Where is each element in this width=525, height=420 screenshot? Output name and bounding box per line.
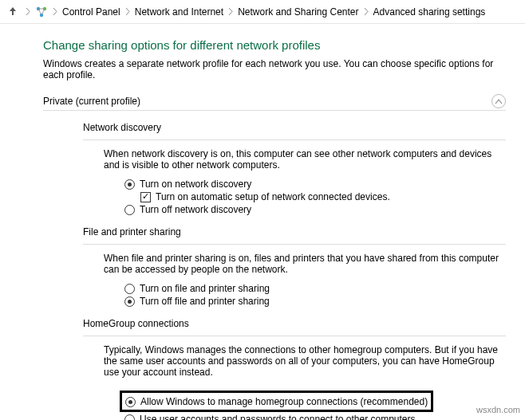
breadcrumb-item[interactable]: Network and Internet [133,6,225,18]
radio-file-printer-off[interactable] [124,296,135,307]
content-pane: Change sharing options for different net… [0,24,525,420]
option-label[interactable]: Turn off file and printer sharing [140,296,270,307]
section-title-homegroup: HomeGroup connections [83,318,506,329]
option-label[interactable]: Turn on automatic setup of network conne… [156,191,390,202]
breadcrumb-item[interactable]: Advanced sharing settings [372,6,488,18]
radio-network-discovery-on[interactable] [124,179,135,190]
highlight-box: Allow Windows to manage homegroup connec… [120,391,433,412]
up-icon[interactable] [3,6,22,18]
option-label[interactable]: Turn on file and printer sharing [140,283,270,294]
chevron-right-icon [51,8,59,15]
chevron-right-icon [362,8,370,15]
option-label[interactable]: Use user accounts and passwords to conne… [140,414,416,420]
profile-header-label: Private (current profile) [43,96,140,107]
section-description: When file and printer sharing is on, fil… [104,253,506,275]
profile-header[interactable]: Private (current profile) [43,92,506,110]
option-label[interactable]: Turn off network discovery [140,204,251,215]
collapse-icon[interactable] [491,94,506,108]
section-title-network-discovery: Network discovery [83,122,506,133]
page-title: Change sharing options for different net… [43,38,509,52]
radio-homegroup-windows-manage[interactable] [125,397,136,407]
breadcrumb-item[interactable]: Network and Sharing Center [236,6,360,18]
section-description: When network discovery is on, this compu… [104,148,506,171]
page-description: Windows creates a separate network profi… [43,58,498,80]
breadcrumb-item[interactable]: Control Panel [61,6,122,18]
chevron-right-icon [24,8,32,15]
section-title-file-printer-sharing: File and printer sharing [83,226,506,237]
option-label[interactable]: Allow Windows to manage homegroup connec… [140,396,428,407]
radio-homegroup-user-accounts[interactable] [124,414,135,421]
breadcrumb: Control Panel Network and Internet Netwo… [0,0,525,24]
option-label[interactable]: Turn on network discovery [140,179,251,190]
radio-file-printer-on[interactable] [124,284,135,294]
network-sharing-icon [34,6,49,18]
checkbox-auto-setup[interactable] [140,192,151,202]
radio-network-discovery-off[interactable] [124,205,135,215]
watermark: wsxdn.com [476,405,520,414]
section-description: Typically, Windows manages the connectio… [104,344,506,378]
chevron-right-icon [227,8,235,15]
chevron-right-icon [124,8,132,15]
